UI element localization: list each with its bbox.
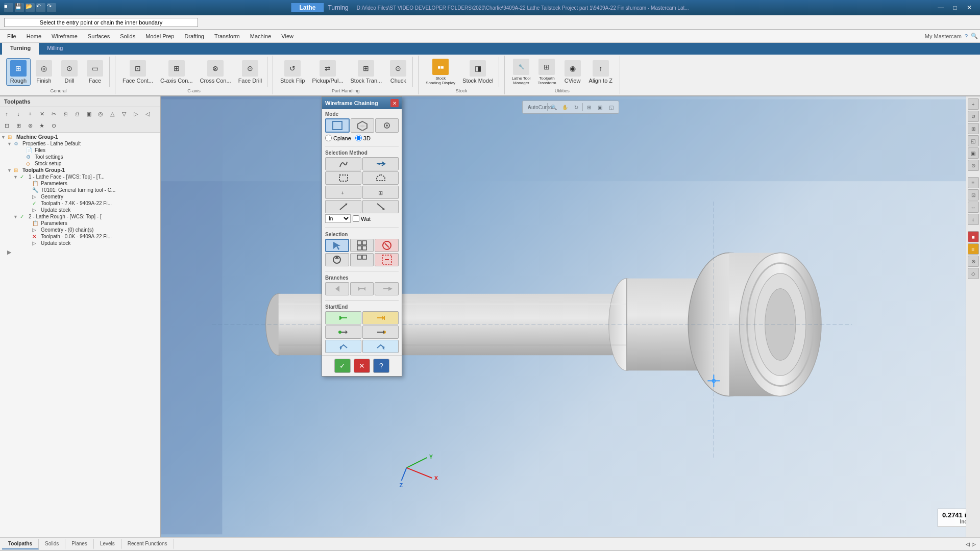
- tree-item-play[interactable]: ▶: [1, 248, 159, 256]
- ribbon-btn-stock-tran[interactable]: ⊞ Stock Tran...: [348, 59, 385, 85]
- tp-btn-4[interactable]: ✕: [36, 108, 47, 119]
- mode-3d-button[interactable]: [351, 118, 374, 133]
- sel-multi-btn[interactable]: [350, 253, 374, 266]
- maximize-button[interactable]: □: [948, 3, 962, 13]
- tp-btn-8[interactable]: ▣: [83, 108, 94, 119]
- ribbon-btn-caxis-con[interactable]: ⊞ C-axis Con...: [157, 59, 196, 85]
- ribbon-btn-chuck[interactable]: ⊙ Chuck: [386, 59, 410, 85]
- menu-wireframe[interactable]: Wireframe: [46, 32, 83, 41]
- ribbon-btn-cview[interactable]: ◉ CView: [560, 59, 585, 85]
- tp-btn-13[interactable]: ◁: [142, 108, 153, 119]
- ribbon-btn-toolpath-transform[interactable]: ⊞ ToolpathTransform: [534, 57, 559, 87]
- tp-btn-18[interactable]: ⊙: [48, 120, 59, 131]
- menu-machine[interactable]: Machine: [245, 32, 277, 41]
- sm-add-btn[interactable]: +: [325, 186, 361, 199]
- menu-transform[interactable]: Transform: [209, 32, 245, 41]
- ribbon-btn-face[interactable]: ▭ Face: [83, 59, 107, 85]
- branch-back-btn[interactable]: [325, 282, 349, 295]
- tp-btn-2[interactable]: ↓: [13, 108, 24, 119]
- tree-item-files[interactable]: 📄 Files: [1, 147, 159, 154]
- tree-item-lathe-face[interactable]: ▼ ✓ 1 - Lathe Face - [WCS: Top] - [T...: [1, 173, 159, 180]
- ribbon-btn-cross-con[interactable]: ⊗ Cross Con...: [197, 59, 234, 85]
- dialog-help-button[interactable]: ?: [373, 359, 389, 373]
- wait-checkbox[interactable]: [353, 215, 359, 222]
- rt-btn-6[interactable]: ⊙: [968, 160, 979, 171]
- mode-settings-button[interactable]: [375, 118, 399, 133]
- rt-btn-5[interactable]: ▣: [968, 147, 979, 159]
- tree-item-stock-setup[interactable]: ◇ Stock setup: [1, 160, 159, 167]
- open-icon[interactable]: 📂: [26, 3, 35, 12]
- menu-solids[interactable]: Solids: [115, 32, 140, 41]
- se-move-start-btn[interactable]: [325, 325, 361, 339]
- rt-btn-3[interactable]: ⊞: [968, 123, 979, 134]
- ribbon-btn-finish[interactable]: ◎ Finish: [32, 59, 56, 85]
- save-icon[interactable]: 💾: [15, 3, 24, 12]
- tab-levels[interactable]: Levels: [94, 539, 121, 549]
- tree-item-tp-error[interactable]: ✕ Toolpath - 0.0K - 9409A-22 Fi...: [1, 233, 159, 240]
- tp-btn-5[interactable]: ✂: [48, 108, 59, 119]
- sel-loop-btn[interactable]: [325, 253, 349, 266]
- rt-btn-8[interactable]: ⊡: [968, 189, 979, 201]
- tree-item-toolpath-group[interactable]: ▼ ⊞ Toolpath Group-1: [1, 167, 159, 173]
- tree-item-tool-t0101[interactable]: 🔧 T0101: General turning tool - C...: [1, 187, 159, 193]
- tree-item-params-2[interactable]: 📋 Parameters: [1, 220, 159, 227]
- 3d-radio-label[interactable]: 3D: [355, 135, 371, 141]
- rt-btn-10[interactable]: ↕: [968, 214, 979, 225]
- dialog-ok-button[interactable]: ✓: [334, 359, 351, 373]
- menu-home[interactable]: Home: [21, 32, 46, 41]
- ribbon-btn-face-drill[interactable]: ⊙ Face Drill: [235, 59, 265, 85]
- sel-clear-btn[interactable]: [375, 239, 399, 252]
- se-move-end-btn[interactable]: [362, 325, 399, 339]
- branch-fwd-btn[interactable]: [375, 282, 399, 295]
- tree-item-machine-group[interactable]: ▼ ⊞ Machine Group-1: [1, 134, 159, 140]
- tree-item-tool-settings[interactable]: ⚙ Tool settings: [1, 154, 159, 160]
- ribbon-btn-rough[interactable]: ⊞ Rough: [6, 58, 31, 86]
- tree-item-params-1[interactable]: 📋 Parameters: [1, 180, 159, 187]
- sm-diag1-btn[interactable]: [325, 200, 361, 213]
- rt-btn-orange[interactable]: ≡: [968, 243, 979, 255]
- tab-recent-functions[interactable]: Recent Functions: [121, 539, 174, 549]
- rt-btn-9[interactable]: ↔: [968, 202, 979, 213]
- tree-item-update-stock-2[interactable]: ▷ Update stock: [1, 240, 159, 246]
- tree-item-geom-1[interactable]: ▷ Geometry: [1, 193, 159, 200]
- close-button[interactable]: ✕: [963, 3, 976, 13]
- sm-freeform-btn[interactable]: [325, 157, 361, 170]
- tp-btn-12[interactable]: ▷: [130, 108, 141, 119]
- mode-2d-button[interactable]: [325, 118, 350, 133]
- tree-item-lathe-rough[interactable]: ▼ ✓ 2 - Lathe Rough - [WCS: Top] - [: [1, 213, 159, 220]
- rt-btn-12[interactable]: ◇: [968, 268, 979, 279]
- cplane-radio[interactable]: [325, 135, 332, 141]
- rt-btn-11[interactable]: ⊗: [968, 256, 979, 267]
- tab-turning[interactable]: Turning: [2, 43, 39, 55]
- ribbon-btn-stock-flip[interactable]: ↺ Stock Flip: [277, 59, 308, 85]
- undo-icon[interactable]: ↶: [36, 3, 45, 12]
- in-dropdown[interactable]: In Out: [325, 214, 351, 223]
- tp-btn-17[interactable]: ★: [36, 120, 47, 131]
- help-icon[interactable]: ?: [965, 33, 968, 39]
- menu-view[interactable]: View: [276, 32, 299, 41]
- menu-drafting[interactable]: Drafting: [179, 32, 209, 41]
- tp-btn-3[interactable]: +: [24, 108, 36, 119]
- dialog-cancel-button[interactable]: ✕: [354, 359, 370, 373]
- redo-icon[interactable]: ↷: [47, 3, 56, 12]
- sel-all-btn[interactable]: [350, 239, 374, 252]
- tab-planes[interactable]: Planes: [65, 539, 94, 549]
- expand-machine-group[interactable]: ▼: [1, 135, 6, 140]
- ribbon-btn-align-z[interactable]: ↑ Align to Z: [586, 59, 616, 85]
- dialog-close-button[interactable]: ✕: [390, 99, 399, 107]
- viewport[interactable]: ↖ AutoCursor 🔍 ✋ ↻ ⊞ ▣ ◱: [161, 96, 980, 537]
- rt-btn-2[interactable]: ↺: [968, 111, 979, 122]
- tp-btn-15[interactable]: ⊞: [13, 120, 24, 131]
- tp-btn-16[interactable]: ⊗: [24, 120, 36, 131]
- menu-surfaces[interactable]: Surfaces: [83, 32, 115, 41]
- menu-model-prep[interactable]: Model Prep: [140, 32, 179, 41]
- branch-left-btn[interactable]: [350, 282, 374, 295]
- minimize-button[interactable]: —: [934, 3, 947, 13]
- tab-toolpaths[interactable]: Toolpaths: [2, 539, 39, 549]
- tab-solids[interactable]: Solids: [39, 539, 65, 549]
- ribbon-btn-drill[interactable]: ⊙ Drill: [57, 59, 82, 85]
- tree-item-geom-chains[interactable]: ▷ Geometry - (0) chain(s): [1, 227, 159, 233]
- expand-properties[interactable]: ▼: [7, 141, 12, 146]
- tab-scroll-left[interactable]: ◁: [966, 541, 970, 547]
- sel-arrow-btn[interactable]: [325, 239, 349, 252]
